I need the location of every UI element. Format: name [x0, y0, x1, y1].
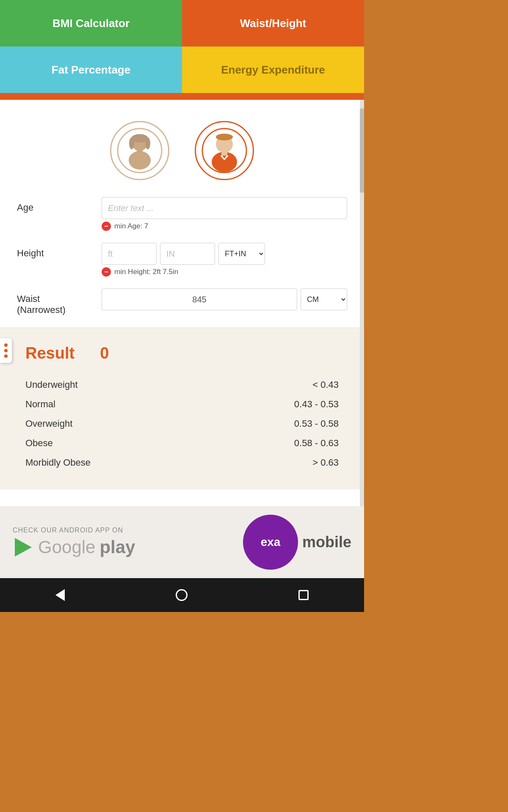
- avatar-row: [17, 112, 347, 180]
- waist-row: Waist(Narrowest) CM IN: [17, 288, 347, 315]
- result-title: Result: [25, 344, 75, 362]
- recents-button[interactable]: [298, 590, 309, 600]
- morbidly-obese-label: Morbidly Obese: [25, 457, 91, 468]
- overweight-label: Overweight: [25, 418, 72, 429]
- play-text: play: [99, 537, 135, 557]
- android-nav: [0, 578, 364, 612]
- result-row-obese: Obese 0.58 - 0.63: [25, 433, 339, 453]
- result-section: Result 0 Underweight < 0.43 Normal 0.43 …: [0, 327, 364, 489]
- obese-label: Obese: [25, 438, 53, 449]
- nav-grid: BMI Calculator Waist/Height Fat Percenta…: [0, 0, 364, 93]
- height-error-row: − min Height: 2ft 7.5in: [102, 267, 347, 277]
- exa-text: exa: [261, 535, 281, 549]
- waist-input[interactable]: [102, 288, 297, 310]
- male-avatar[interactable]: [195, 121, 254, 180]
- result-value: 0: [100, 344, 109, 362]
- fat-percentage-button[interactable]: Fat Percentage: [0, 47, 182, 93]
- scrollbar-thumb: [360, 108, 364, 193]
- normal-range: 0.43 - 0.53: [294, 399, 339, 410]
- exa-badge: exa: [243, 515, 298, 570]
- age-error-row: − min Age: 7: [102, 222, 347, 231]
- waist-unit-select[interactable]: CM IN: [301, 288, 347, 310]
- google-text: Google: [38, 537, 95, 557]
- height-unit-select[interactable]: FT+IN CM: [218, 243, 265, 265]
- height-ft-input[interactable]: [102, 243, 157, 265]
- dot-1: [4, 343, 8, 347]
- home-button[interactable]: [176, 589, 188, 601]
- waist-label: Waist/Height: [240, 17, 306, 30]
- waist-height-button[interactable]: Waist/Height: [182, 0, 364, 47]
- main-card: Age − min Age: 7 Height FT+IN CM: [0, 100, 364, 506]
- waist-inputs: CM IN: [102, 288, 347, 310]
- result-row-underweight: Underweight < 0.43: [25, 375, 339, 395]
- google-play-icon: [13, 537, 34, 558]
- result-row-overweight: Overweight 0.53 - 0.58: [25, 414, 339, 433]
- energy-label: Energy Expenditure: [221, 63, 325, 77]
- result-header: Result 0: [25, 344, 339, 362]
- bmi-calculator-button[interactable]: BMI Calculator: [0, 0, 182, 47]
- morbidly-obese-range: > 0.63: [312, 457, 339, 468]
- google-play-row: Google play: [13, 537, 135, 558]
- result-row-normal: Normal 0.43 - 0.53: [25, 395, 339, 414]
- height-error-text: min Height: 2ft 7.5in: [114, 268, 178, 276]
- female-avatar-svg: [116, 127, 163, 174]
- banner-left: CHECK OUR ANDROID APP ON Google play: [13, 527, 135, 558]
- fat-label: Fat Percentage: [52, 63, 130, 77]
- normal-label: Normal: [25, 399, 55, 410]
- height-inputs: FT+IN CM − min Height: 2ft 7.5in: [102, 243, 347, 277]
- age-label: Age: [17, 197, 102, 213]
- overweight-range: 0.53 - 0.58: [294, 418, 339, 429]
- age-error-text: min Age: 7: [114, 222, 148, 230]
- underweight-range: < 0.43: [312, 379, 339, 390]
- male-avatar-svg: [201, 127, 248, 174]
- result-row-morbidly-obese: Morbidly Obese > 0.63: [25, 453, 339, 472]
- underweight-label: Underweight: [25, 379, 78, 390]
- bottom-banner[interactable]: CHECK OUR ANDROID APP ON Google play exa…: [0, 506, 364, 578]
- height-error-icon: −: [102, 267, 111, 277]
- age-row: Age − min Age: 7: [17, 197, 347, 231]
- three-dots-menu[interactable]: [0, 338, 12, 363]
- result-table: Underweight < 0.43 Normal 0.43 - 0.53 Ov…: [25, 375, 339, 472]
- svg-point-3: [129, 137, 134, 149]
- height-label: Height: [17, 243, 102, 259]
- svg-rect-6: [137, 150, 143, 155]
- age-input[interactable]: [102, 197, 347, 219]
- svg-point-4: [145, 137, 150, 149]
- female-avatar[interactable]: [110, 121, 169, 180]
- mobile-text: mobile: [302, 533, 351, 551]
- age-error-icon: −: [102, 222, 111, 231]
- height-row: Height FT+IN CM − min Height: 2ft 7.5in: [17, 243, 347, 277]
- svg-marker-13: [15, 538, 32, 557]
- separator-bar: [0, 93, 364, 100]
- bmi-label: BMI Calculator: [52, 17, 130, 30]
- age-inputs: − min Age: 7: [102, 197, 347, 231]
- obese-range: 0.58 - 0.63: [294, 438, 339, 449]
- scrollbar[interactable]: [360, 100, 364, 506]
- waist-label: Waist(Narrowest): [17, 288, 102, 315]
- dot-3: [4, 354, 8, 358]
- check-text: CHECK OUR ANDROID APP ON: [13, 527, 135, 534]
- energy-expenditure-button[interactable]: Energy Expenditure: [182, 47, 364, 93]
- svg-point-11: [216, 134, 233, 140]
- dot-2: [4, 349, 8, 352]
- height-in-input[interactable]: [160, 243, 215, 265]
- back-button[interactable]: [55, 589, 65, 601]
- banner-right: exa mobile: [243, 515, 351, 570]
